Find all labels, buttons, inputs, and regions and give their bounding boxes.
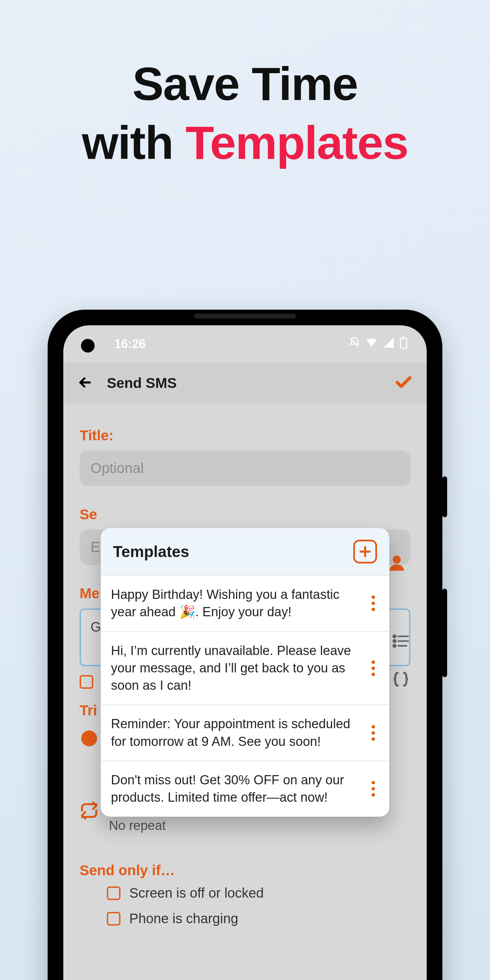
phone-volume-button (442, 589, 447, 677)
time-icon (80, 729, 99, 748)
checkbox-screen[interactable] (107, 886, 121, 900)
svg-rect-1 (402, 337, 404, 338)
template-item[interactable]: Hi, I’m currently unavailable. Please le… (101, 631, 389, 705)
status-time: 16:26 (115, 337, 146, 351)
template-item[interactable]: Don't miss out! Get 30% OFF on any our p… (101, 760, 389, 817)
svg-point-7 (393, 645, 396, 647)
svg-point-5 (393, 640, 396, 643)
template-item[interactable]: Reminder: Your appointment is scheduled … (101, 705, 389, 760)
title-input[interactable]: Optional (80, 450, 410, 486)
signal-icon (382, 337, 395, 352)
back-button[interactable] (77, 374, 93, 392)
dnd-icon (348, 337, 361, 352)
hero-headline: Save Time with Templates (0, 54, 490, 172)
variables-icon[interactable] (391, 670, 410, 689)
add-template-button[interactable] (353, 540, 377, 563)
templates-header: Templates (101, 528, 389, 575)
hero-line2: with Templates (0, 113, 490, 172)
wifi-icon (366, 337, 378, 352)
confirm-button[interactable] (394, 373, 413, 393)
hero-line1: Save Time (0, 54, 490, 113)
screen-title: Send SMS (107, 375, 177, 391)
repeat-icon (80, 801, 99, 820)
svg-point-9 (81, 730, 97, 746)
contact-icon[interactable] (387, 553, 406, 572)
templates-popup: Templates Happy Birthday! Wishing you a … (101, 528, 389, 817)
send-only-if-label: Send only if… (80, 862, 410, 878)
cond-charging-row[interactable]: Phone is charging (80, 911, 410, 926)
phone-frame: 16:26 Send SMS (48, 310, 442, 980)
checkbox-charging[interactable] (107, 912, 121, 926)
template-more-button[interactable] (363, 781, 379, 797)
svg-rect-0 (401, 338, 407, 348)
phone-screen: 16:26 Send SMS (63, 325, 427, 980)
template-more-button[interactable] (363, 660, 379, 676)
phone-power-button (442, 476, 447, 517)
status-bar: 16:26 (63, 325, 427, 363)
templates-title: Templates (113, 542, 189, 561)
svg-point-3 (393, 635, 396, 638)
battery-icon (399, 337, 408, 352)
svg-point-2 (393, 556, 401, 563)
template-more-button[interactable] (363, 725, 379, 741)
send-to-label: Se (80, 506, 410, 523)
camera-punch-hole (81, 339, 95, 353)
cond-screen-row[interactable]: Screen is off or locked (80, 885, 410, 901)
app-bar: Send SMS (63, 363, 427, 404)
templates-icon[interactable] (391, 632, 410, 651)
title-label: Title: (80, 427, 410, 444)
template-more-button[interactable] (363, 595, 379, 611)
template-item[interactable]: Happy Birthday! Wishing you a fantastic … (101, 575, 389, 631)
unknown-checkbox[interactable] (80, 675, 93, 689)
